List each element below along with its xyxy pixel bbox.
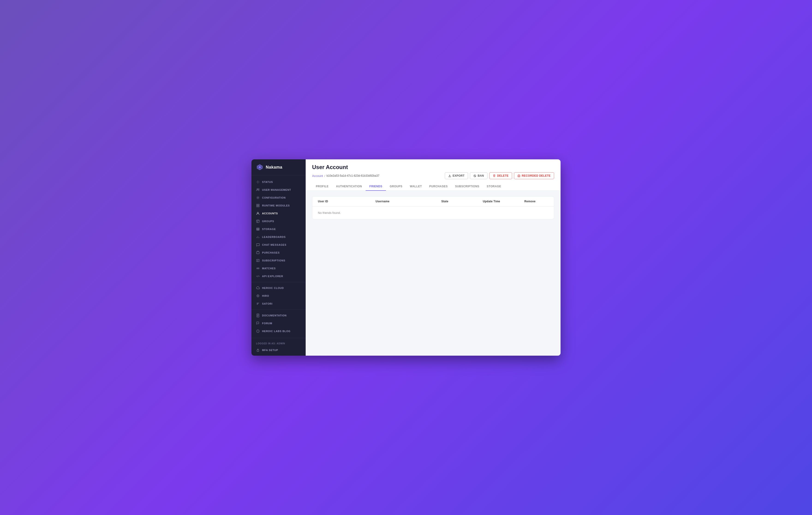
sidebar-item-logout[interactable]: LOGOUT (252, 354, 306, 356)
tab-groups[interactable]: GROUPS (386, 183, 406, 191)
sidebar-item-heroic-cloud[interactable]: HEROIC CLOUD (252, 284, 306, 292)
hiro-icon (256, 294, 260, 298)
sidebar-item-status[interactable]: STATUS (252, 178, 306, 186)
sidebar-item-accounts[interactable]: ACCOUNTS (252, 210, 306, 217)
th-username: Username (374, 196, 439, 206)
sidebar-item-user-management[interactable]: USER MANAGEMENT (252, 186, 306, 194)
svg-rect-10 (258, 206, 259, 207)
sidebar-item-documentation[interactable]: DOCUMENTATION (252, 311, 306, 319)
satori-icon (256, 302, 260, 305)
svg-point-19 (258, 268, 259, 269)
sidebar-item-groups[interactable]: GROUPS (252, 217, 306, 225)
app-name: Nakama (266, 165, 282, 170)
ban-button[interactable]: BAN (470, 172, 487, 179)
breadcrumb-separator: / (324, 174, 325, 178)
page-body: User ID Username State Update Time Remov… (306, 191, 560, 356)
export-button[interactable]: EXPORT (445, 172, 468, 179)
subscriptions-icon (256, 259, 260, 262)
tab-subscriptions[interactable]: SUBSCRIPTIONS (452, 183, 483, 191)
sidebar-item-storage[interactable]: STORAGE (252, 225, 306, 233)
sidebar-item-configuration[interactable]: CONFIGURATION (252, 194, 306, 201)
svg-rect-7 (257, 204, 258, 205)
page-title: User Account (312, 164, 554, 170)
sidebar-item-hiro[interactable]: HIRO (252, 292, 306, 300)
svg-rect-13 (257, 228, 259, 228)
breadcrumb: Account / b10e2a53-5a1d-47c1-823d-61b33d… (312, 174, 379, 178)
th-user-id: User ID (316, 196, 374, 206)
sidebar-item-matches[interactable]: MATCHES (252, 265, 306, 272)
sidebar-item-purchases[interactable]: PURCHASES (252, 249, 306, 256)
gear-icon (256, 196, 260, 199)
svg-point-4 (257, 189, 258, 190)
sidebar-footer: LOGGED IN AS: ADMIN MFA SETUP LOGOUT (252, 338, 306, 356)
mfa-icon (256, 348, 260, 352)
svg-point-11 (257, 212, 259, 214)
chat-icon (256, 243, 260, 247)
table-body: No friends found. (312, 207, 554, 219)
api-icon (256, 274, 260, 278)
svg-rect-8 (258, 204, 259, 205)
svg-rect-17 (257, 259, 259, 262)
svg-rect-16 (257, 252, 259, 254)
sidebar-item-heroic-labs-blog[interactable]: HEROIC LABS BLOG (252, 327, 306, 335)
svg-rect-12 (257, 220, 259, 223)
account-icon (256, 212, 260, 215)
sidebar-item-api-explorer[interactable]: API EXPLORER (252, 272, 306, 280)
groups-icon (256, 219, 260, 223)
nav-divider-2 (252, 309, 306, 310)
export-icon (448, 174, 451, 178)
sidebar-logo: Nakama (252, 159, 306, 175)
sidebar-item-forum[interactable]: FORUM (252, 319, 306, 327)
nakama-logo-icon (256, 163, 263, 171)
svg-rect-15 (257, 230, 259, 230)
sidebar-item-subscriptions[interactable]: SUBSCRIPTIONS (252, 256, 306, 265)
ban-icon (473, 174, 476, 178)
th-update-time: Update Time (481, 196, 522, 206)
users-icon (256, 188, 260, 192)
tabs-bar: PROFILE AUTHENTICATION FRIENDS GROUPS WA… (312, 183, 554, 191)
friends-table: User ID Username State Update Time Remov… (312, 196, 554, 219)
sidebar-item-mfa-setup[interactable]: MFA SETUP (252, 346, 306, 354)
purchases-icon (256, 251, 260, 254)
sidebar-nav: STATUS USER MANAGEMENT CONFIGURATION RUN… (252, 175, 306, 338)
matches-icon (256, 267, 260, 270)
leaderboards-icon (256, 235, 260, 239)
recorded-delete-button[interactable]: RECORDED DELETE (514, 172, 554, 179)
sidebar-item-runtime-modules[interactable]: RUNTIME MODULES (252, 201, 306, 210)
sidebar-item-leaderboards[interactable]: LEADERBOARDS (252, 233, 306, 241)
sidebar-item-satori[interactable]: SATORI (252, 300, 306, 307)
tab-authentication[interactable]: AUTHENTICATION (332, 183, 366, 191)
logged-in-label: LOGGED IN AS: ADMIN (252, 341, 306, 346)
svg-point-18 (257, 268, 258, 269)
doc-icon (256, 314, 260, 317)
th-remove: Remove (522, 196, 550, 206)
storage-icon (256, 227, 260, 231)
tab-storage[interactable]: STORAGE (483, 183, 505, 191)
delete-icon (493, 174, 496, 178)
svg-point-5 (258, 189, 259, 190)
recorded-delete-icon (517, 174, 520, 178)
tab-profile[interactable]: PROFILE (312, 183, 332, 191)
svg-point-6 (257, 197, 259, 198)
blog-icon (256, 329, 260, 333)
page-header: User Account Account / b10e2a53-5a1d-47c… (306, 159, 560, 191)
tab-friends[interactable]: FRIENDS (366, 183, 386, 191)
svg-point-3 (257, 182, 258, 183)
delete-button[interactable]: DELETE (489, 172, 512, 179)
runtime-icon (256, 204, 260, 208)
cloud-icon (256, 286, 260, 290)
tab-purchases[interactable]: PURCHASES (426, 183, 452, 191)
sidebar-item-chat-messages[interactable]: CHAT MESSAGES (252, 241, 306, 249)
svg-rect-22 (257, 350, 259, 352)
breadcrumb-id: b10e2a53-5a1d-47c1-823d-61b33d92ba37 (327, 174, 379, 178)
tab-wallet[interactable]: WALLET (406, 183, 425, 191)
svg-rect-24 (518, 175, 520, 177)
forum-icon (256, 322, 260, 325)
table-header: User ID Username State Update Time Remov… (312, 196, 554, 207)
breadcrumb-row: Account / b10e2a53-5a1d-47c1-823d-61b33d… (312, 172, 554, 179)
svg-rect-14 (257, 229, 259, 229)
breadcrumb-link[interactable]: Account (312, 174, 323, 178)
header-actions: EXPORT BAN DELETE (445, 172, 554, 179)
svg-rect-9 (257, 206, 258, 207)
main-content: User Account Account / b10e2a53-5a1d-47c… (306, 159, 560, 356)
